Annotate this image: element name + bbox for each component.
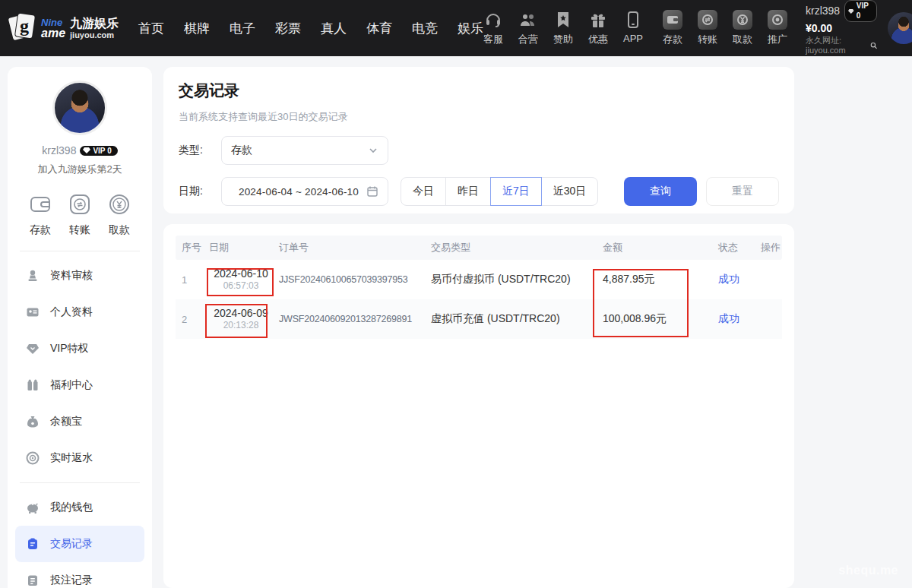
- withdraw-label: 取款: [109, 223, 130, 237]
- cell-date: 2024-06-10 06:57:03: [203, 267, 273, 292]
- nav-home[interactable]: 首页: [138, 20, 164, 37]
- mobile-phone-icon: [623, 10, 643, 30]
- sidebar-item-audit[interactable]: 资料审核: [8, 258, 152, 294]
- app-download-button[interactable]: APP: [623, 10, 643, 46]
- sidebar-item-label: 我的钱包: [50, 501, 93, 514]
- bookmark-star-icon: [553, 10, 573, 30]
- col-header-action: 操作: [755, 241, 782, 254]
- page-title: 交易记录: [179, 81, 779, 101]
- page: g Nine ame 九游娱乐 jiuyou.com 首页 棋牌 电子 彩票 真…: [0, 0, 912, 588]
- sidebar-item-profile[interactable]: 个人资料: [8, 294, 152, 330]
- transfer-button-top[interactable]: 转账: [698, 10, 717, 46]
- user-avatar-sidebar[interactable]: [52, 81, 107, 135]
- table-row: 2 2024-06-09 20:13:28 JWSF20240609201328…: [176, 299, 782, 339]
- quick-range-group: 今日 昨日 近7日 近30日: [401, 177, 598, 206]
- profile-block: krzl398 VIP 0 加入九游娱乐第2天: [8, 67, 152, 176]
- customer-service-button[interactable]: 客服: [483, 10, 503, 46]
- sidebar-item-label: 投注记录: [50, 574, 93, 587]
- user-avatar-top[interactable]: [888, 12, 912, 44]
- nav-lottery[interactable]: 彩票: [275, 20, 301, 37]
- type-select[interactable]: 存款: [221, 136, 388, 165]
- sidebar-item-wallet[interactable]: 我的钱包: [8, 489, 152, 526]
- sponsor-button[interactable]: 赞助: [553, 10, 573, 46]
- promote-button-top[interactable]: 推广: [768, 10, 787, 46]
- sidebar-item-rebate[interactable]: 实时返水: [8, 440, 152, 476]
- main-panel: 交易记录 当前系统支持查询最近30日的交易记录 类型: 存款 日期: 2024-…: [163, 67, 794, 588]
- page-subtitle: 当前系统支持查询最近30日的交易记录: [179, 110, 779, 124]
- range-yesterday-button[interactable]: 昨日: [445, 177, 491, 206]
- nav-esports[interactable]: 电竞: [412, 20, 438, 37]
- wallet-icon: [663, 10, 682, 30]
- col-header-status: 状态: [712, 241, 755, 254]
- sidebar-item-welfare[interactable]: 福利中心: [8, 367, 152, 403]
- sidebar-item-transactions[interactable]: 交易记录: [15, 526, 144, 562]
- site-logo[interactable]: g Nine ame 九游娱乐 jiuyou.com: [11, 13, 125, 43]
- withdraw-button-top[interactable]: 取款: [733, 10, 752, 46]
- withdraw-coin-icon: [733, 10, 752, 30]
- nav-sports[interactable]: 体育: [366, 20, 392, 37]
- nav-slots[interactable]: 电子: [230, 20, 255, 37]
- logo-cards-icon: g: [11, 13, 36, 43]
- watermark: shequ.me: [838, 564, 898, 577]
- transactions-table-card: 序号 日期 订单号 交易类型 金额 状态 操作 1 2024-06-10 06:…: [163, 224, 794, 588]
- sidebar-item-bets[interactable]: 投注记录: [8, 562, 152, 588]
- cell-status[interactable]: 成功: [712, 273, 755, 286]
- nav-entertainment[interactable]: 娱乐: [458, 20, 483, 37]
- vip-level-sidebar: VIP 0: [93, 147, 111, 155]
- transfer-button-sidebar[interactable]: 转账: [67, 191, 93, 237]
- headset-icon: [483, 10, 503, 30]
- transaction-ledger-icon: [26, 537, 40, 551]
- reset-button[interactable]: 重置: [706, 177, 779, 206]
- people-icon: [518, 10, 538, 30]
- transfer-coin-icon: [698, 10, 717, 30]
- filter-card: 交易记录 当前系统支持查询最近30日的交易记录 类型: 存款 日期: 2024-…: [163, 67, 794, 213]
- promote-label-top: 推广: [768, 33, 787, 46]
- range-today-button[interactable]: 今日: [401, 177, 446, 206]
- cell-no: 1: [176, 274, 203, 286]
- deposit-button-top[interactable]: 存款: [663, 10, 682, 46]
- sidebar-item-label: 福利中心: [50, 378, 93, 392]
- cell-time-value: 06:57:03: [209, 280, 273, 292]
- diamond-icon: [848, 8, 854, 15]
- partnership-button[interactable]: 合营: [518, 10, 538, 46]
- cell-transaction-type: 易币付虚拟币 (USDT/TRC20): [425, 273, 597, 286]
- deposit-button-sidebar[interactable]: 存款: [27, 191, 53, 237]
- cell-date-value: 2024-06-10: [209, 267, 273, 280]
- wallet-outline-icon: [27, 191, 53, 217]
- col-header-amount: 金额: [597, 241, 712, 254]
- nav-chess[interactable]: 棋牌: [184, 20, 210, 37]
- date-range-value: 2024-06-04 ~ 2024-06-10: [231, 186, 366, 198]
- transfer-label: 转账: [69, 223, 90, 237]
- logo-wordmark: Nine ame: [41, 17, 65, 40]
- sidebar-menu-primary: 资料审核 个人资料 VIP特权 福利中心 余额宝: [8, 251, 152, 482]
- date-label: 日期:: [179, 185, 211, 198]
- withdraw-label-top: 取款: [733, 33, 752, 46]
- table-row: 1 2024-06-10 06:57:03 JJSF20240610065703…: [176, 260, 782, 299]
- audit-stamp-icon: [26, 269, 40, 283]
- date-range-input[interactable]: 2024-06-04 ~ 2024-06-10: [221, 177, 388, 206]
- gift-icon: [588, 10, 608, 30]
- search-icon[interactable]: [870, 41, 877, 50]
- vip-badge-top: VIP 0: [844, 0, 877, 22]
- table-header-row: 序号 日期 订单号 交易类型 金额 状态 操作: [176, 236, 782, 260]
- cell-date-value: 2024-06-09: [209, 306, 273, 320]
- col-header-no: 序号: [176, 241, 203, 254]
- cell-amount: 100,008.96元: [597, 312, 712, 326]
- balance: ¥0.00: [806, 22, 877, 36]
- nav-live[interactable]: 真人: [321, 20, 347, 37]
- cell-time-value: 20:13:28: [209, 320, 273, 332]
- range-7days-button[interactable]: 近7日: [490, 177, 542, 206]
- promotions-button[interactable]: 优惠: [588, 10, 608, 46]
- query-button[interactable]: 查询: [624, 177, 697, 206]
- promotions-label: 优惠: [588, 33, 608, 46]
- cell-status[interactable]: 成功: [712, 312, 755, 326]
- logo-ame: ame: [41, 27, 65, 40]
- content-area: krzl398 VIP 0 加入九游娱乐第2天 存款 转账: [0, 56, 912, 588]
- sidebar-item-vip[interactable]: VIP特权: [8, 330, 152, 367]
- col-header-order: 订单号: [273, 241, 425, 254]
- main-nav: 首页 棋牌 电子 彩票 真人 体育 电竞 娱乐: [138, 20, 483, 37]
- sidebar-item-yuebao[interactable]: 余额宝: [8, 403, 152, 440]
- promote-coin-icon: [768, 10, 787, 30]
- range-30days-button[interactable]: 近30日: [541, 177, 599, 206]
- withdraw-button-sidebar[interactable]: 取款: [106, 191, 132, 237]
